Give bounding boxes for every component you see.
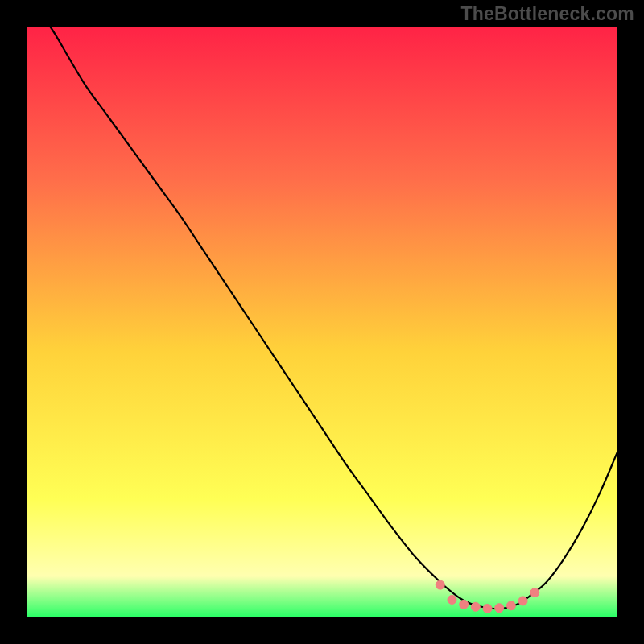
chart-container: TheBottleneck.com	[0, 0, 644, 644]
plot-svg	[27, 27, 617, 617]
marker-dot	[506, 601, 515, 610]
marker-dot	[460, 600, 469, 609]
marker-dot	[483, 604, 492, 613]
marker-dot	[471, 602, 480, 611]
marker-dot	[518, 597, 527, 605]
plot-area	[27, 27, 617, 617]
watermark-text: TheBottleneck.com	[460, 3, 634, 25]
marker-dot	[448, 595, 456, 604]
marker-dot	[530, 588, 539, 597]
marker-dot	[495, 604, 504, 613]
marker-dot	[436, 580, 444, 589]
gradient-background	[27, 27, 617, 617]
